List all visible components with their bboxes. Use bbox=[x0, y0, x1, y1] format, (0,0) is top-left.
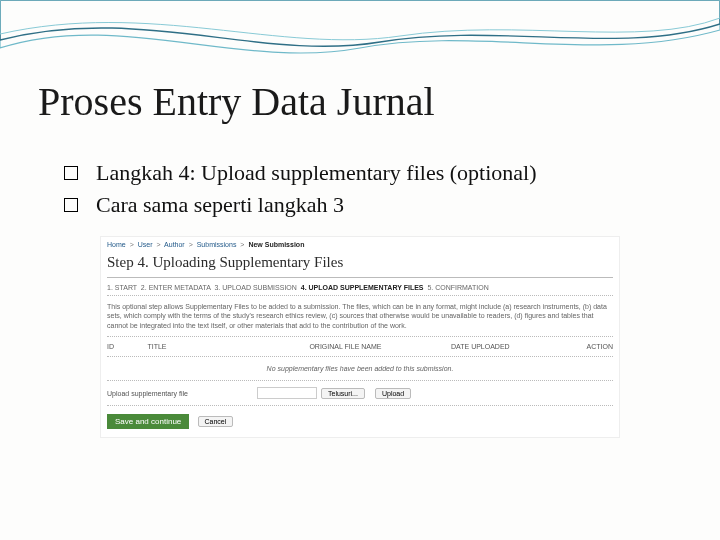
action-row: Save and continue Cancel bbox=[107, 414, 613, 429]
table-empty-message: No supplementary files have been added t… bbox=[107, 361, 613, 376]
divider-dotted bbox=[107, 356, 613, 357]
divider-dotted bbox=[107, 405, 613, 406]
slide-title: Proses Entry Data Jurnal bbox=[38, 78, 435, 125]
step-description: This optional step allows Supplementary … bbox=[107, 302, 613, 330]
bullet-box-icon bbox=[64, 198, 78, 212]
breadcrumb-link-author[interactable]: Author bbox=[164, 241, 185, 248]
files-table: ID TITLE ORIGINAL FILE NAME DATE UPLOADE… bbox=[107, 341, 613, 381]
table-header-row: ID TITLE ORIGINAL FILE NAME DATE UPLOADE… bbox=[107, 341, 613, 352]
bullet-list: Langkah 4: Upload supplementary files (o… bbox=[64, 160, 670, 224]
breadcrumb: Home > User > Author > Submissions > New… bbox=[107, 241, 613, 248]
cancel-button[interactable]: Cancel bbox=[198, 416, 234, 427]
bullet-text: Langkah 4: Upload supplementary files (o… bbox=[96, 160, 537, 186]
col-header-action: ACTION bbox=[552, 341, 613, 352]
bullet-text: Cara sama seperti langkah 3 bbox=[96, 192, 344, 218]
divider-dotted bbox=[107, 336, 613, 337]
col-header-date: DATE UPLOADED bbox=[451, 341, 552, 352]
browse-button[interactable]: Telusuri... bbox=[321, 388, 365, 399]
breadcrumb-sep: > bbox=[187, 241, 195, 248]
bullet-box-icon bbox=[64, 166, 78, 180]
upload-row: Upload supplementary file Telusuri... Up… bbox=[107, 387, 613, 399]
breadcrumb-current: New Submission bbox=[248, 241, 304, 248]
wizard-step-4: 4. UPLOAD SUPPLEMENTARY FILES bbox=[301, 284, 424, 291]
breadcrumb-sep: > bbox=[154, 241, 162, 248]
col-header-id: ID bbox=[107, 341, 147, 352]
divider-dotted bbox=[107, 380, 613, 381]
breadcrumb-link-submissions[interactable]: Submissions bbox=[197, 241, 237, 248]
wizard-step-5[interactable]: 5. CONFIRMATION bbox=[427, 284, 488, 291]
breadcrumb-link-home[interactable]: Home bbox=[107, 241, 126, 248]
wizard-step-1[interactable]: 1. START bbox=[107, 284, 137, 291]
bullet-item: Cara sama seperti langkah 3 bbox=[64, 192, 670, 218]
wizard-step-2[interactable]: 2. ENTER METADATA bbox=[141, 284, 211, 291]
file-name-slot bbox=[257, 387, 317, 399]
breadcrumb-sep: > bbox=[238, 241, 246, 248]
embedded-screenshot: Home > User > Author > Submissions > New… bbox=[100, 236, 620, 438]
file-input[interactable]: Telusuri... bbox=[257, 387, 365, 399]
breadcrumb-sep: > bbox=[128, 241, 136, 248]
col-header-name: ORIGINAL FILE NAME bbox=[309, 341, 451, 352]
upload-label: Upload supplementary file bbox=[107, 390, 247, 397]
slide: Proses Entry Data Jurnal Langkah 4: Uplo… bbox=[0, 0, 720, 540]
save-and-continue-button[interactable]: Save and continue bbox=[107, 414, 189, 429]
step-heading: Step 4. Uploading Supplementary Files bbox=[107, 254, 613, 271]
bullet-item: Langkah 4: Upload supplementary files (o… bbox=[64, 160, 670, 186]
col-header-title: TITLE bbox=[147, 341, 309, 352]
wizard-step-3[interactable]: 3. UPLOAD SUBMISSION bbox=[214, 284, 296, 291]
divider bbox=[107, 277, 613, 278]
decorative-wave bbox=[0, 0, 720, 80]
upload-button[interactable]: Upload bbox=[375, 388, 411, 399]
divider-dotted bbox=[107, 295, 613, 296]
breadcrumb-link-user[interactable]: User bbox=[138, 241, 153, 248]
wizard-steps: 1. START 2. ENTER METADATA 3. UPLOAD SUB… bbox=[107, 284, 613, 291]
